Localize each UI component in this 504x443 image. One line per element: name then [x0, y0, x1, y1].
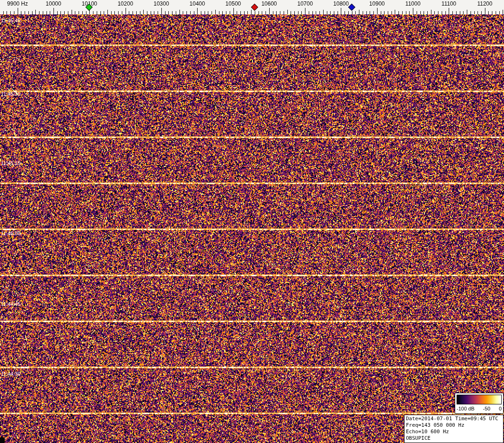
legend-label-max: 0: [499, 406, 502, 411]
frequency-marker-green-diamond-icon[interactable]: [86, 4, 93, 11]
observation-info-box: Date=2014-07-01 Time=09:45 UTC Freq=143 …: [404, 415, 504, 443]
corner-box: [0, 437, 5, 443]
info-frequency: Freq=143 050 000 Hz: [406, 422, 502, 429]
legend-label-min: -100 dB: [457, 406, 475, 411]
info-date-time: Date=2014-07-01 Time=09:45 UTC: [406, 416, 502, 422]
spectrogram-window: 11:45:4511:45:3011:45:1511:45:0011:44:45…: [0, 0, 504, 443]
frequency-markers: [0, 0, 504, 14]
color-gradient-bar: [457, 395, 502, 404]
frequency-marker-blue-diamond-icon[interactable]: [348, 4, 356, 11]
info-station: OBSUPICE: [406, 435, 502, 442]
color-scale-legend: -100 dB -50 0: [455, 393, 504, 414]
frequency-marker-red-diamond-icon[interactable]: [251, 4, 259, 11]
waterfall-display[interactable]: [0, 14, 504, 443]
info-echo: Echo=10 600 Hz: [406, 429, 502, 435]
legend-labels: -100 dB -50 0: [457, 406, 502, 411]
legend-label-mid: -50: [483, 406, 491, 411]
